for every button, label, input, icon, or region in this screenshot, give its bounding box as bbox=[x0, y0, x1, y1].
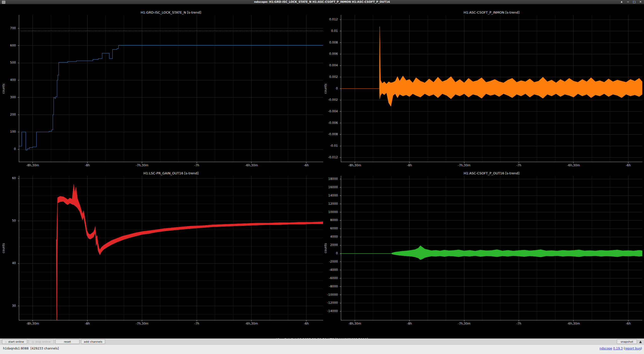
plot-asc-csoft-p-out16-trace-0 bbox=[341, 246, 642, 260]
plot-lsc-pr-gain-trace-0 bbox=[56, 184, 323, 320]
minimize-icon[interactable]: − bbox=[626, 0, 630, 4]
add-channels-button[interactable]: add channels bbox=[81, 339, 105, 344]
plot-lsc-pr-gain-ytick-2: 50 bbox=[0, 219, 16, 222]
plot-lsc-pr-gain-xtick-3: -7h bbox=[182, 322, 212, 325]
plot-asc-csoft-p-out16-ytick-15: -12000 bbox=[322, 301, 338, 305]
report-bug-link[interactable]: report bug bbox=[625, 347, 641, 350]
plot-grd-isc-lock-state-trace-0 bbox=[19, 45, 323, 150]
plot-asc-csoft-p-inmon-xtick-1: -8h bbox=[394, 164, 425, 167]
plot-asc-csoft-p-out16-ytick-0: 18000 bbox=[322, 177, 338, 181]
plot-lsc-pr-gain-xtick-0: -8h,30m bbox=[18, 322, 48, 325]
start-online-button[interactable]: ▷start online bbox=[2, 339, 27, 344]
window-title: ndscope: H1:GRD-ISC_LOCK_STATE_N H1:ASC-… bbox=[30, 0, 614, 4]
plot-grd-isc-lock-state-ytick-1: 100 bbox=[0, 130, 16, 133]
snapshot-button[interactable]: snapshot bbox=[617, 339, 637, 344]
plot-asc-csoft-p-out16-ytick-8: 2000 bbox=[322, 243, 338, 247]
plot-asc-csoft-p-out16-ytick-3: 12000 bbox=[322, 202, 338, 206]
plot-grd-isc-lock-state-title: H1:GRD-ISC_LOCK_STATE_N [s-trend] bbox=[19, 11, 323, 14]
statusbar: h1daqnds1:8088 [429233 channels] ndscope… bbox=[0, 344, 644, 354]
plot-asc-csoft-p-out16-ytick-16: -14000 bbox=[322, 309, 338, 313]
plot-grd-isc-lock-state-ytick-2: 200 bbox=[0, 113, 16, 116]
plot-asc-csoft-p-inmon[interactable] bbox=[339, 15, 642, 164]
shade-window-icon[interactable]: ∧ bbox=[620, 0, 624, 4]
plot-asc-csoft-p-out16[interactable] bbox=[339, 176, 642, 322]
bug-suffix: ) bbox=[641, 347, 642, 350]
plot-grd-isc-lock-state-xtick-1: -8h bbox=[72, 164, 102, 167]
plot-grd-isc-lock-state-ytick-3: 300 bbox=[0, 95, 16, 99]
plot-asc-csoft-p-out16-xtick-1: -8h bbox=[394, 322, 425, 325]
plot-asc-csoft-p-inmon-ytick-3: 0.006 bbox=[322, 52, 338, 56]
plot-asc-csoft-p-inmon-xtick-4: -6h,30m bbox=[558, 164, 589, 167]
plot-grd-isc-lock-state-ytick-5: 500 bbox=[0, 61, 16, 64]
plot-asc-csoft-p-out16-ytick-4: 10000 bbox=[322, 210, 338, 214]
plot-asc-csoft-p-inmon-ytick-0: 0.012 bbox=[322, 18, 338, 21]
server-status: h1daqnds1:8088 [429233 channels] bbox=[3, 347, 59, 350]
reset-button[interactable]: reset bbox=[55, 339, 79, 344]
stop-icon: □ bbox=[32, 341, 34, 343]
plot-asc-csoft-p-out16-xtick-4: -6h,30m bbox=[558, 322, 589, 325]
version-link[interactable]: 0.19.3 bbox=[613, 347, 623, 350]
play-icon: ▷ bbox=[5, 341, 7, 343]
plot-asc-csoft-p-inmon-ytick-11: -0.01 bbox=[322, 144, 338, 147]
plot-asc-csoft-p-out16-ytick-1: 16000 bbox=[322, 185, 338, 189]
plot-asc-csoft-p-inmon-ytick-6: 0 bbox=[322, 87, 338, 90]
window-icon bbox=[2, 1, 5, 4]
titlebar: ndscope: H1:GRD-ISC_LOCK_STATE_N H1:ASC-… bbox=[0, 0, 644, 4]
plot-grd-isc-lock-state-xtick-0: -8h,30m bbox=[18, 164, 48, 167]
plot-lsc-pr-gain-ylabel: counts bbox=[2, 243, 5, 253]
plot-lsc-pr-gain-title: H1:LSC-PR_GAIN_OUT16 [s-trend] bbox=[19, 171, 323, 175]
plot-lsc-pr-gain[interactable] bbox=[17, 176, 323, 322]
plot-asc-csoft-p-out16-ytick-13: -8000 bbox=[322, 285, 338, 288]
plot-asc-csoft-p-inmon-xtick-0: -8h,30m bbox=[340, 164, 370, 167]
plot-asc-csoft-p-out16-xtick-3: -7h bbox=[504, 322, 534, 325]
plot-asc-csoft-p-inmon-ytick-2: 0.008 bbox=[322, 41, 338, 44]
plot-lsc-pr-gain-xtick-4: -6h,30m bbox=[236, 322, 267, 325]
plot-asc-csoft-p-inmon-xtick-5: -6h bbox=[613, 164, 643, 167]
plot-grd-isc-lock-state-xtick-4: -6h,30m bbox=[236, 164, 267, 167]
plot-lsc-pr-gain-xtick-5: -6h bbox=[291, 322, 321, 325]
plot-asc-csoft-p-inmon-ytick-8: -0.004 bbox=[322, 110, 338, 113]
start-online-label: start online bbox=[8, 340, 24, 343]
plot-asc-csoft-p-out16-xtick-5: -6h bbox=[613, 322, 643, 325]
plot-asc-csoft-p-inmon-ytick-12: -0.012 bbox=[322, 156, 338, 159]
toolbar: ▷start online □stop online reset add cha… bbox=[0, 338, 644, 345]
plot-asc-csoft-p-inmon-ytick-10: -0.008 bbox=[322, 132, 338, 136]
plot-lsc-pr-gain-xtick-1: -8h bbox=[72, 322, 102, 325]
plot-asc-csoft-p-inmon-ytick-5: 0.002 bbox=[322, 75, 338, 79]
plot-asc-csoft-p-inmon-ytick-1: 0.01 bbox=[322, 29, 338, 33]
stop-online-button[interactable]: □stop online bbox=[29, 339, 54, 344]
plot-asc-csoft-p-out16-ytick-14: -10000 bbox=[322, 293, 338, 296]
plot-asc-csoft-p-inmon-xtick-2: -7h,30m bbox=[449, 164, 479, 167]
plot-asc-csoft-p-out16-title: H1:ASC-CSOFT_P_OUT16 [s-trend] bbox=[341, 171, 642, 175]
panel-toggle-icon[interactable]: ▲ bbox=[639, 340, 642, 344]
plot-asc-csoft-p-inmon-title: H1:ASC-CSOFT_P_INMON [s-trend] bbox=[341, 11, 642, 14]
plot-asc-csoft-p-out16-ytick-2: 14000 bbox=[322, 194, 338, 197]
plot-asc-csoft-p-out16-xtick-2: -7h,30m bbox=[449, 322, 479, 325]
plot-asc-csoft-p-out16-ytick-12: -6000 bbox=[322, 276, 338, 280]
plot-asc-csoft-p-inmon-ytick-4: 0.004 bbox=[322, 64, 338, 67]
plot-lsc-pr-gain-ytick-1: 40 bbox=[0, 261, 16, 265]
plot-grd-isc-lock-state-ytick-0: 0 bbox=[0, 147, 16, 151]
plot-asc-csoft-p-out16-ytick-11: -4000 bbox=[322, 268, 338, 272]
plot-grd-isc-lock-state-ytick-4: 400 bbox=[0, 78, 16, 82]
plot-grd-isc-lock-state-xtick-3: -7h bbox=[182, 164, 212, 167]
close-icon[interactable]: ✕ bbox=[638, 0, 642, 4]
plot-grd-isc-lock-state-ylabel: counts bbox=[2, 83, 5, 93]
plot-grd-isc-lock-state[interactable] bbox=[17, 15, 323, 164]
plot-asc-csoft-p-out16-ytick-5: 8000 bbox=[322, 218, 338, 222]
plot-asc-csoft-p-out16-ytick-9: 0 bbox=[322, 251, 338, 255]
plot-grd-isc-lock-state-ytick-7: 700 bbox=[0, 26, 16, 30]
plot-asc-csoft-p-inmon-trace-0 bbox=[341, 27, 642, 107]
ndscope-link[interactable]: ndscope bbox=[599, 347, 612, 350]
plot-grd-isc-lock-state-ytick-6: 600 bbox=[0, 44, 16, 47]
plot-lsc-pr-gain-ytick-0: 30 bbox=[0, 304, 16, 308]
about-links: ndscope 0.19.3 (report bug) bbox=[599, 347, 642, 350]
plot-grd-isc-lock-state-xtick-5: -6h bbox=[291, 164, 321, 167]
plot-asc-csoft-p-out16-xtick-0: -8h,30m bbox=[340, 322, 370, 325]
plot-asc-csoft-p-inmon-xtick-3: -7h bbox=[504, 164, 534, 167]
plot-asc-csoft-p-out16-ytick-6: 6000 bbox=[322, 227, 338, 230]
plot-grd-isc-lock-state-xtick-2: -7h,30m bbox=[127, 164, 157, 167]
plot-lsc-pr-gain-ytick-3: 60 bbox=[0, 176, 16, 180]
plot-asc-csoft-p-inmon-ytick-9: -0.006 bbox=[322, 121, 338, 125]
maximize-icon[interactable]: □ bbox=[632, 0, 636, 4]
